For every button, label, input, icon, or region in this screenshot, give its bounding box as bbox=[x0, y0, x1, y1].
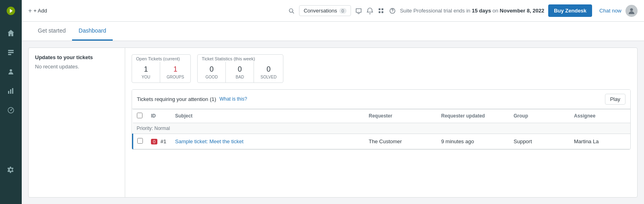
open-tickets-you: 1 YOU bbox=[132, 62, 160, 82]
open-tickets-cells: 1 YOU 1 GROUPS bbox=[132, 62, 190, 82]
attention-count: (1) bbox=[210, 96, 216, 102]
svg-rect-13 bbox=[378, 11, 380, 13]
what-is-this-link[interactable]: What is this? bbox=[219, 96, 247, 102]
topbar-right: Conversations 0 Suite Professional trial… bbox=[288, 4, 638, 17]
play-button[interactable]: Play bbox=[605, 94, 625, 105]
chat-now-link[interactable]: Chat now bbox=[599, 8, 621, 14]
svg-point-8 bbox=[10, 110, 12, 111]
svg-rect-14 bbox=[382, 11, 384, 13]
solved-label: SOLVED bbox=[260, 75, 277, 79]
content-panel: Updates to your tickets No recent update… bbox=[28, 47, 638, 198]
select-all-checkbox[interactable] bbox=[137, 113, 142, 118]
attention-title: Tickets requiring your attention bbox=[137, 96, 208, 102]
groups-label: GROUPS bbox=[167, 75, 184, 79]
attention-tickets-section: Tickets requiring your attention (1) Wha… bbox=[132, 89, 631, 150]
left-panel: Updates to your tickets No recent update… bbox=[29, 48, 125, 197]
row-updated: 9 minutes ago bbox=[437, 134, 510, 149]
sidebar-item-contacts[interactable] bbox=[0, 62, 22, 81]
good-label: GOOD bbox=[204, 75, 219, 79]
solved-value: 0 bbox=[260, 65, 277, 74]
row-requester: The Customer bbox=[365, 134, 437, 149]
topbar: + + Add Conversations 0 bbox=[22, 0, 644, 22]
conversations-label: Conversations bbox=[303, 8, 337, 14]
sidebar-item-home[interactable] bbox=[0, 23, 22, 43]
th-assignee: Assignee bbox=[570, 109, 630, 123]
svg-line-10 bbox=[293, 12, 294, 13]
bad-label: BAD bbox=[232, 75, 247, 79]
ticket-badge: 0 bbox=[151, 139, 157, 144]
th-checkbox bbox=[133, 109, 147, 123]
buy-zendesk-button[interactable]: Buy Zendesk bbox=[548, 4, 592, 17]
you-label: YOU bbox=[138, 75, 153, 79]
row-subject: Sample ticket: Meet the ticket bbox=[171, 134, 365, 149]
ticket-id-num: #1 bbox=[161, 138, 166, 144]
ticket-stats-label: Ticket Statistics (this week) bbox=[198, 55, 283, 62]
svg-rect-11 bbox=[378, 8, 380, 10]
ticket-stats-cells: 0 GOOD 0 BAD 0 SOLVED bbox=[198, 62, 283, 82]
svg-rect-2 bbox=[8, 54, 11, 55]
row-id: 0 #1 bbox=[147, 134, 171, 149]
trial-days: 15 days bbox=[472, 8, 491, 14]
stat-solved: 0 SOLVED bbox=[254, 62, 283, 82]
main-tabs: Get started Dashboard bbox=[31, 22, 634, 41]
svg-rect-6 bbox=[12, 88, 13, 94]
table-row[interactable]: 0 #1 Sample ticket: Meet the ticket The … bbox=[133, 134, 631, 149]
tab-get-started[interactable]: Get started bbox=[31, 22, 72, 41]
th-subject: Subject bbox=[171, 109, 365, 123]
sidebar bbox=[0, 0, 22, 204]
trial-notice: Suite Professional trial ends in 15 days… bbox=[400, 8, 544, 14]
priority-row: Priority: Normal bbox=[133, 123, 631, 134]
trial-date: November 8, 2022 bbox=[500, 8, 545, 14]
grid-icon[interactable] bbox=[378, 7, 385, 14]
bad-value: 0 bbox=[232, 65, 247, 74]
groups-value: 1 bbox=[167, 65, 184, 74]
tabs-bar: Get started Dashboard bbox=[22, 22, 644, 41]
updates-title: Updates to your tickets bbox=[35, 54, 118, 60]
sidebar-nav bbox=[0, 23, 22, 179]
tab-dashboard[interactable]: Dashboard bbox=[72, 22, 113, 41]
user-avatar[interactable] bbox=[625, 5, 638, 17]
svg-rect-5 bbox=[10, 89, 11, 94]
table-header-row: ID Subject Requester Requester updated G… bbox=[133, 109, 631, 123]
tickets-table: ID Subject Requester Requester updated G… bbox=[132, 109, 630, 149]
row-checkbox-cell bbox=[133, 134, 147, 149]
priority-label: Priority: Normal bbox=[137, 126, 170, 131]
add-icon: + bbox=[28, 7, 32, 14]
sidebar-item-settings[interactable] bbox=[0, 160, 22, 179]
svg-point-9 bbox=[289, 8, 293, 12]
conversations-button[interactable]: Conversations 0 bbox=[299, 5, 351, 16]
chat-icon[interactable] bbox=[355, 7, 362, 14]
good-value: 0 bbox=[204, 65, 219, 74]
attention-header: Tickets requiring your attention (1) Wha… bbox=[132, 90, 630, 109]
th-requester-updated: Requester updated bbox=[437, 109, 510, 123]
ticket-stats-group: Ticket Statistics (this week) 0 GOOD 0 B… bbox=[197, 54, 283, 83]
open-tickets-groups: 1 GROUPS bbox=[160, 62, 190, 82]
stats-row: Open Tickets (current) 1 YOU 1 GROUPS bbox=[132, 54, 631, 83]
add-label: + Add bbox=[33, 8, 47, 14]
sidebar-item-reports[interactable] bbox=[0, 81, 22, 101]
th-requester: Requester bbox=[365, 109, 437, 123]
row-assignee: Martina La bbox=[570, 134, 630, 149]
stat-bad: 0 BAD bbox=[226, 62, 254, 82]
help-icon[interactable] bbox=[389, 7, 396, 14]
sidebar-item-analytics[interactable] bbox=[0, 101, 22, 120]
th-group: Group bbox=[510, 109, 570, 123]
bell-icon[interactable] bbox=[366, 7, 374, 14]
search-icon[interactable] bbox=[288, 7, 295, 14]
row-checkbox[interactable] bbox=[137, 138, 143, 144]
svg-rect-4 bbox=[8, 91, 9, 94]
th-id: ID bbox=[147, 109, 171, 123]
svg-point-3 bbox=[10, 69, 12, 72]
app-logo[interactable] bbox=[0, 0, 22, 22]
ticket-subject-link[interactable]: Sample ticket: Meet the ticket bbox=[175, 138, 244, 144]
svg-point-16 bbox=[630, 8, 633, 11]
svg-rect-0 bbox=[8, 50, 14, 51]
add-button[interactable]: + + Add bbox=[28, 7, 47, 14]
sidebar-item-tickets[interactable] bbox=[0, 43, 22, 62]
row-group: Support bbox=[510, 134, 570, 149]
stat-good: 0 GOOD bbox=[198, 62, 226, 82]
svg-rect-12 bbox=[382, 8, 384, 10]
you-value: 1 bbox=[138, 65, 153, 74]
open-tickets-label: Open Tickets (current) bbox=[132, 55, 190, 62]
svg-rect-1 bbox=[8, 52, 14, 53]
